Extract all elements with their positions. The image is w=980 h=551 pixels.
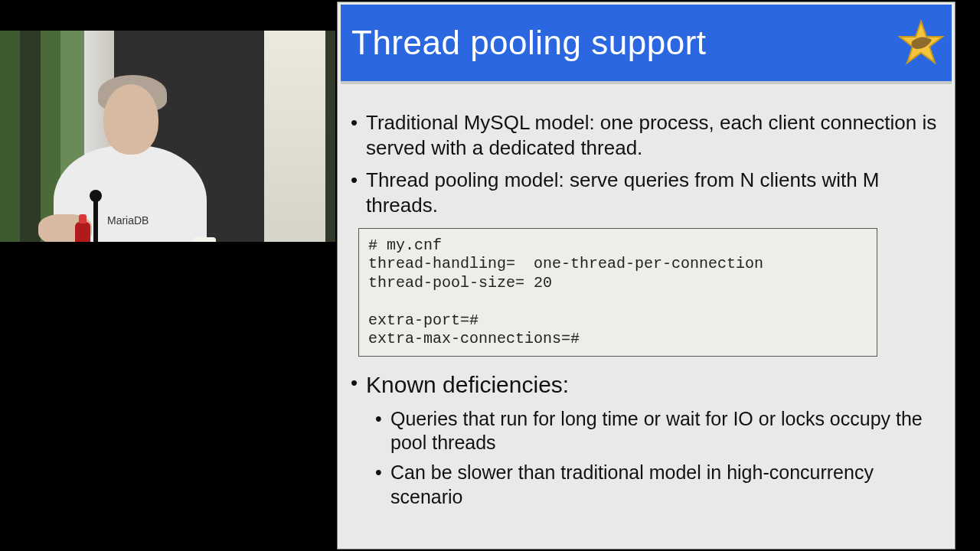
mariadb-star-icon [897, 18, 946, 67]
speaker-head [103, 84, 158, 155]
code-line-1: # my.cnf [368, 236, 442, 254]
bullet-deficiency-slower: Can be slower than traditional model in … [348, 461, 940, 509]
bullet-deficiency-long-queries: Queries that run for long time or wait f… [348, 407, 940, 455]
code-line-5: extra-port=# [368, 311, 479, 329]
slide-title-bar: Thread pooling support [341, 5, 952, 84]
code-line-2: thread-handling= one-thread-per-connecti… [368, 255, 763, 272]
speaker-camera-pane: MariaDB [0, 31, 335, 242]
bullet-traditional-model: Traditional MySQL model: one process, ea… [348, 110, 940, 160]
code-line-6: extra-max-connections=# [368, 330, 580, 347]
config-code-box: # my.cnf thread-handling= one-thread-per… [358, 228, 877, 357]
presentation-slide: Thread pooling support Traditional MySQL… [337, 2, 956, 549]
bullet-known-deficiencies: Known deficiencies: [348, 370, 940, 399]
slide-title: Thread pooling support [351, 24, 707, 62]
slide-body: Traditional MySQL model: one process, ea… [337, 84, 956, 509]
paper-cup [193, 237, 216, 242]
backdrop [264, 31, 325, 242]
microphone [93, 199, 98, 242]
shirt-logo-text: MariaDB [107, 214, 149, 227]
code-line-3: thread-pool-size= 20 [368, 274, 552, 292]
drink-bottle [75, 222, 90, 242]
bullet-thread-pooling-model: Thread pooling model: serve queries from… [348, 168, 940, 217]
